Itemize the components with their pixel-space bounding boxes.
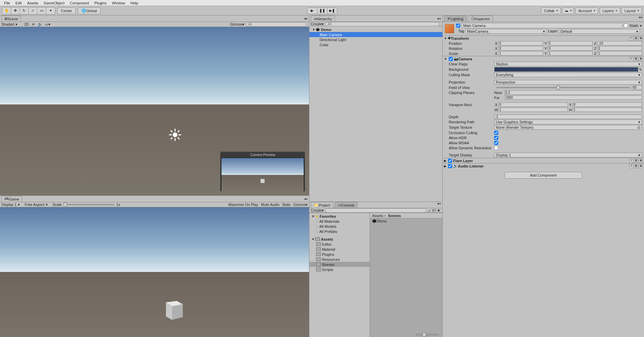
fov-slider[interactable] — [496, 87, 630, 88]
gizmos-dropdown[interactable]: Gizmos — [230, 22, 242, 26]
occlusion-checkbox[interactable] — [494, 131, 498, 135]
scl-z[interactable] — [597, 51, 642, 56]
assets-folder[interactable]: ▼Assets — [309, 237, 370, 242]
gear-icon[interactable]: ⚙ — [639, 159, 643, 163]
game-viewport[interactable] — [0, 207, 309, 337]
flare-enabled[interactable] — [448, 159, 452, 163]
layer-dropdown[interactable]: Default▾ — [559, 29, 640, 34]
panel-options-icon[interactable]: ▾≡ — [304, 197, 308, 201]
folder-scenes[interactable]: Scenes — [309, 262, 370, 267]
vp-x[interactable] — [498, 102, 568, 107]
transform-component[interactable]: ▼ ✥ Transform?⎘⚙ — [443, 35, 644, 41]
hand-tool[interactable]: ✋ — [2, 7, 11, 14]
pause-button[interactable]: ❚❚ — [317, 7, 327, 14]
preset-icon[interactable]: ⎘ — [634, 164, 638, 168]
hierarchy-item-cube[interactable]: Cube — [309, 42, 442, 47]
hierarchy-item-directional-light[interactable]: Directional Light — [309, 37, 442, 42]
space-toggle[interactable]: 🌐 Global — [78, 7, 101, 14]
inspector-tab[interactable]: ⓘ Inspector — [468, 16, 493, 22]
vp-h[interactable] — [573, 108, 642, 112]
directional-light-gizmo[interactable] — [168, 128, 182, 142]
tag-dropdown[interactable]: MainCamera▾ — [466, 29, 547, 34]
maximize-toggle[interactable]: Maximize On Play — [228, 203, 258, 207]
filter-label-icon[interactable]: 🏷 — [432, 208, 436, 212]
fav-all-materials[interactable]: ⌕All Materials — [309, 219, 370, 224]
step-button[interactable]: ▶❚ — [327, 7, 337, 14]
preset-icon[interactable]: ⎘ — [634, 57, 638, 61]
vp-y[interactable] — [573, 102, 642, 107]
scene-tab[interactable]: ⊞ Scene — [1, 16, 21, 22]
menu-gameobject[interactable]: GameObject — [41, 0, 67, 6]
folder-resources[interactable]: Resources — [309, 257, 370, 262]
scl-x[interactable] — [498, 51, 543, 56]
preset-icon[interactable]: ⎘ — [634, 36, 638, 40]
depth-value[interactable] — [494, 115, 642, 119]
rect-tool[interactable]: ▭ — [37, 7, 46, 14]
scene-row[interactable]: ▼Demo — [309, 27, 442, 32]
fav-all-models[interactable]: ⌕All Models — [309, 224, 370, 229]
camera-component[interactable]: ▼ 📷 Camera?⎘⚙ — [443, 56, 644, 61]
folder-scripts[interactable]: Scripts — [309, 267, 370, 272]
scale-tool[interactable]: ⤢ — [29, 7, 37, 14]
gear-icon[interactable]: ⚙ — [639, 57, 643, 61]
vp-w[interactable] — [498, 108, 568, 112]
audio-listener-component[interactable]: ▶ 🔊 Audio Listener?⎘⚙ — [443, 163, 644, 168]
camera-enabled[interactable] — [449, 57, 453, 61]
pos-z[interactable] — [597, 41, 642, 45]
folder-plugins[interactable]: Plugins — [309, 252, 370, 257]
msaa-checkbox[interactable] — [494, 141, 498, 145]
layout-dropdown[interactable]: Layout — [621, 7, 642, 14]
projection-dropdown[interactable]: Perspective▾ — [494, 80, 642, 85]
move-tool[interactable]: ✥ — [11, 7, 20, 14]
help-icon[interactable]: ? — [629, 164, 633, 168]
scene-viewport[interactable]: Camera Preview — [0, 27, 309, 195]
combined-tool[interactable]: ✦ — [46, 7, 55, 14]
aspect-dropdown[interactable]: Free Aspect — [25, 203, 44, 207]
pos-y[interactable] — [548, 41, 592, 45]
fx-toggle-icon[interactable]: ▭▾ — [45, 22, 50, 27]
menu-plugins[interactable]: Plugins — [92, 0, 109, 6]
help-icon[interactable]: ? — [629, 57, 633, 61]
audio-listener-enabled[interactable] — [448, 164, 452, 168]
game-tab[interactable]: 🎮 Game — [1, 196, 22, 202]
favorites-folder[interactable]: ▼★Favorites — [309, 214, 370, 219]
target-texture-field[interactable]: None (Render Texture)⊙ — [494, 125, 642, 130]
breadcrumb-scenes[interactable]: Scenes — [388, 214, 401, 218]
rot-z[interactable] — [597, 46, 642, 51]
eyedropper-icon[interactable]: ✎ — [639, 67, 642, 72]
panel-options-icon[interactable]: ▾≡ — [437, 202, 441, 208]
project-tab[interactable]: 📁 Project — [311, 202, 333, 208]
hdr-checkbox[interactable] — [494, 136, 498, 140]
collab-dropdown[interactable]: Collab — [541, 7, 561, 14]
dyn-res-checkbox[interactable] — [494, 146, 498, 150]
layers-dropdown[interactable]: Layers — [600, 7, 620, 14]
menu-edit[interactable]: Edit — [13, 0, 25, 6]
culling-mask-dropdown[interactable]: Everything▾ — [494, 72, 642, 77]
stats-toggle[interactable]: Stats — [282, 203, 291, 207]
scene-search[interactable] — [246, 22, 306, 27]
fav-all-prefabs[interactable]: ⌕All Prefabs — [309, 229, 370, 234]
panel-options-icon[interactable]: ▾≡ — [639, 16, 643, 22]
object-name-input[interactable] — [462, 23, 622, 28]
project-content-area[interactable]: Assets ▸ Scenes Demo — [370, 213, 442, 337]
shading-dropdown[interactable]: Shaded — [1, 22, 14, 26]
game-gizmos-dropdown[interactable]: Gizmos — [293, 203, 306, 207]
add-component-button[interactable]: Add Component — [505, 172, 582, 179]
fov-value[interactable] — [632, 85, 642, 90]
gameobject-icon[interactable] — [445, 24, 454, 33]
scale-slider[interactable] — [64, 204, 114, 205]
mute-toggle[interactable]: Mute Audio — [261, 203, 279, 207]
lighting-tab[interactable]: ☀ Lighting — [444, 16, 467, 22]
rendering-path-dropdown[interactable]: Use Graphics Settings▾ — [494, 120, 642, 124]
rot-y[interactable] — [548, 46, 592, 51]
near-value[interactable] — [504, 90, 642, 95]
filter-star-icon[interactable]: ★ — [437, 208, 440, 213]
menu-help[interactable]: Help — [128, 0, 141, 6]
hierarchy-tab[interactable]: ≡ Hierarchy — [311, 16, 335, 22]
help-icon[interactable]: ? — [629, 159, 633, 163]
folder-editor[interactable]: Editor — [309, 242, 370, 247]
rot-x[interactable] — [498, 46, 543, 51]
far-value[interactable] — [504, 95, 642, 100]
2d-toggle[interactable]: 2D — [24, 22, 29, 26]
panel-options-icon[interactable]: ▾≡ — [304, 17, 308, 21]
